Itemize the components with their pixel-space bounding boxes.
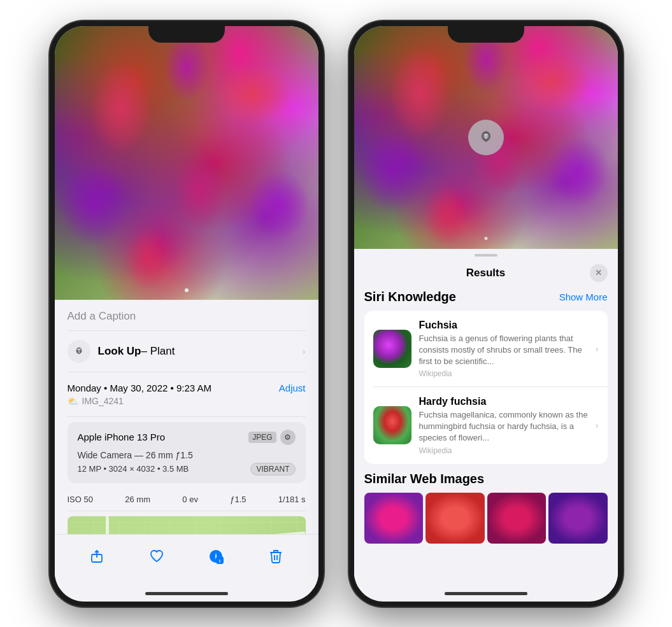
left-phone-screen: Add a Caption Look Up– Plant › Monday • …: [55, 26, 318, 602]
siri-knowledge-header: Siri Knowledge Show More: [364, 290, 608, 304]
exif-aperture: ƒ1.5: [230, 495, 246, 504]
heart-button[interactable]: [143, 542, 171, 570]
lookup-row[interactable]: Look Up– Plant ›: [68, 331, 306, 372]
info-section: Add a Caption Look Up– Plant › Monday • …: [55, 300, 318, 534]
info-button[interactable]: i i: [202, 542, 230, 570]
right-photo-area[interactable]: [354, 26, 618, 249]
show-more-button[interactable]: Show More: [559, 292, 608, 302]
flower-overlay: [55, 26, 318, 300]
specs-text: 12 MP • 3024 × 4032 • 3.5 MB: [78, 464, 189, 474]
similar-image-3[interactable]: [487, 493, 547, 544]
hardy-thumbnail: [373, 406, 411, 444]
fuchsia-thumbnail: [373, 330, 411, 368]
adjust-button[interactable]: Adjust: [279, 383, 306, 393]
results-title: Results: [382, 267, 590, 279]
camera-name: Apple iPhone 13 Pro: [78, 432, 166, 442]
vibrant-badge: VIBRANT: [250, 463, 295, 476]
date-section: Monday • May 30, 2022 • 9:23 AM Adjust ⛅…: [68, 372, 306, 417]
caption-input[interactable]: Add a Caption: [68, 300, 306, 331]
filename-text: IMG_4241: [82, 396, 124, 406]
exif-shutter: 1/181 s: [278, 495, 306, 504]
left-phone: Add a Caption Look Up– Plant › Monday • …: [50, 21, 324, 607]
siri-knowledge-title: Siri Knowledge: [364, 290, 456, 304]
visual-lookup-icon: [68, 340, 90, 363]
phone-notch: [148, 21, 225, 43]
fuchsia-source: Wikipedia: [419, 369, 588, 378]
map-section[interactable]: [68, 516, 306, 534]
similar-image-2[interactable]: [425, 493, 485, 544]
wide-camera-text: Wide Camera — 26 mm ƒ1.5: [78, 450, 296, 460]
jpeg-badge: JPEG: [248, 432, 276, 443]
lookup-text: Look Up– Plant: [98, 345, 295, 358]
trash-button[interactable]: [262, 542, 290, 570]
results-header: Results ✕: [354, 262, 618, 290]
right-phone: Results ✕ Siri Knowledge Show More: [349, 21, 623, 607]
hardy-fuchsia-item[interactable]: Hardy fuchsia Fuchsia magellanica, commo…: [364, 387, 608, 464]
share-button[interactable]: [83, 542, 111, 570]
hardy-chevron-icon: ›: [596, 420, 599, 430]
visual-lookup-button[interactable]: [468, 120, 504, 155]
camera-info-box: Apple iPhone 13 Pro JPEG ⚙ Wide Camera —…: [68, 422, 306, 483]
right-phone-screen: Results ✕ Siri Knowledge Show More: [354, 26, 618, 602]
right-phone-notch: [448, 21, 524, 43]
fuchsia-text: Fuchsia Fuchsia is a genus of flowering …: [419, 320, 588, 379]
right-home-indicator: [445, 592, 527, 595]
exif-iso: ISO 50: [68, 495, 93, 504]
knowledge-card: Fuchsia Fuchsia is a genus of flowering …: [364, 311, 608, 464]
page-dot: [185, 288, 189, 292]
results-panel: Results ✕ Siri Knowledge Show More: [354, 249, 618, 588]
exif-row: ISO 50 26 mm 0 ev ƒ1.5 1/181 s: [68, 488, 306, 511]
similar-title: Similar Web Images: [364, 472, 608, 486]
hardy-source: Wikipedia: [419, 446, 588, 455]
hardy-desc: Fuchsia magellanica, commonly known as t…: [419, 409, 588, 444]
camera-specs: 12 MP • 3024 × 4032 • 3.5 MB VIBRANT: [78, 463, 296, 476]
similar-section: Similar Web Images: [364, 472, 608, 544]
hardy-text: Hardy fuchsia Fuchsia magellanica, commo…: [419, 396, 588, 455]
caption-placeholder-text: Add a Caption: [68, 310, 136, 322]
fuchsia-title: Fuchsia: [419, 320, 588, 331]
date-text: Monday • May 30, 2022 • 9:23 AM: [68, 383, 211, 393]
right-page-dot: [484, 237, 487, 240]
close-button[interactable]: ✕: [590, 264, 608, 282]
hardy-title: Hardy fuchsia: [419, 396, 588, 407]
fuchsia-item[interactable]: Fuchsia Fuchsia is a genus of flowering …: [364, 311, 608, 388]
results-content: Siri Knowledge Show More Fuchsia Fuchsia…: [354, 290, 618, 588]
similar-grid: [364, 493, 608, 544]
fuchsia-chevron-icon: ›: [596, 344, 599, 354]
camera-badges: JPEG ⚙: [248, 430, 295, 445]
bottom-toolbar: i i: [55, 534, 318, 588]
cloud-icon: ⛅: [68, 396, 78, 406]
gear-icon: ⚙: [280, 430, 296, 445]
fuchsia-desc: Fuchsia is a genus of flowering plants t…: [419, 333, 588, 368]
close-icon: ✕: [595, 268, 602, 278]
exif-focal: 26 mm: [125, 495, 150, 504]
svg-text:i: i: [219, 558, 220, 564]
photo-area[interactable]: [55, 26, 318, 300]
home-indicator: [145, 592, 228, 595]
similar-image-1[interactable]: [364, 493, 424, 544]
drag-handle[interactable]: [475, 254, 497, 257]
similar-image-4[interactable]: [548, 493, 608, 544]
lookup-chevron: ›: [303, 346, 306, 356]
exif-ev: 0 ev: [182, 495, 198, 504]
